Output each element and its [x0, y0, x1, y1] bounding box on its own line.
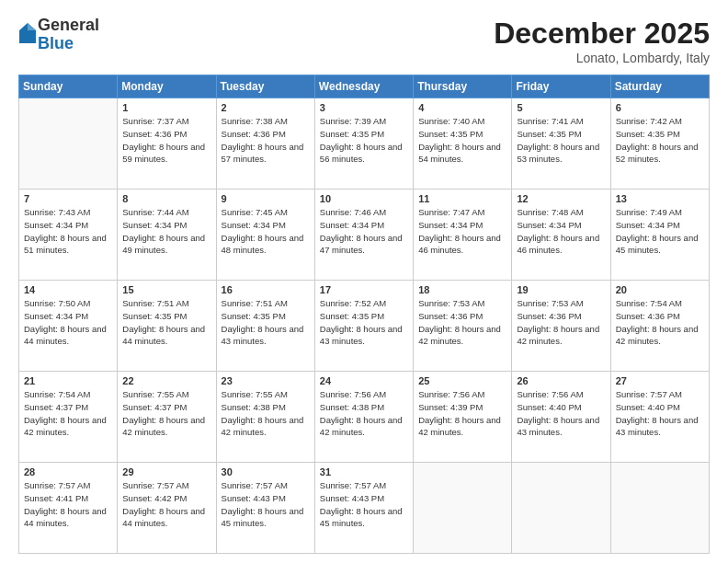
- calendar-cell: 2Sunrise: 7:38 AMSunset: 4:36 PMDaylight…: [216, 98, 314, 190]
- day-number: 2: [222, 102, 310, 113]
- day-number: 1: [122, 102, 210, 113]
- day-number: 5: [517, 102, 605, 113]
- calendar-cell: 3Sunrise: 7:39 AMSunset: 4:35 PMDaylight…: [314, 98, 413, 190]
- calendar-cell: 11Sunrise: 7:47 AMSunset: 4:34 PMDayligh…: [414, 190, 512, 281]
- logo-blue-text: Blue: [38, 34, 74, 52]
- month-title: December 2025: [494, 17, 710, 51]
- day-detail: Sunrise: 7:54 AMSunset: 4:36 PMDaylight:…: [616, 297, 704, 348]
- day-detail: Sunrise: 7:39 AMSunset: 4:35 PMDaylight:…: [320, 115, 408, 166]
- day-number: 20: [616, 284, 704, 295]
- calendar-week-0: 1Sunrise: 7:37 AMSunset: 4:36 PMDaylight…: [19, 98, 710, 190]
- day-detail: Sunrise: 7:56 AMSunset: 4:39 PMDaylight:…: [418, 388, 506, 439]
- day-detail: Sunrise: 7:45 AMSunset: 4:34 PMDaylight:…: [222, 206, 310, 257]
- day-detail: Sunrise: 7:49 AMSunset: 4:34 PMDaylight:…: [616, 206, 704, 257]
- day-number: 12: [517, 193, 605, 204]
- day-detail: Sunrise: 7:41 AMSunset: 4:35 PMDaylight:…: [517, 115, 605, 166]
- calendar-cell: 18Sunrise: 7:53 AMSunset: 4:36 PMDayligh…: [414, 281, 512, 372]
- logo: General Blue: [18, 17, 99, 53]
- day-number: 6: [616, 102, 704, 113]
- logo-icon: [19, 23, 36, 43]
- day-detail: Sunrise: 7:47 AMSunset: 4:34 PMDaylight:…: [418, 206, 506, 257]
- calendar-cell: 22Sunrise: 7:55 AMSunset: 4:37 PMDayligh…: [118, 372, 216, 463]
- day-detail: Sunrise: 7:54 AMSunset: 4:37 PMDaylight:…: [24, 388, 112, 439]
- day-number: 9: [222, 193, 310, 204]
- calendar-cell: 8Sunrise: 7:44 AMSunset: 4:34 PMDaylight…: [118, 190, 216, 281]
- day-number: 13: [616, 193, 704, 204]
- day-detail: Sunrise: 7:53 AMSunset: 4:36 PMDaylight:…: [418, 297, 506, 348]
- calendar-cell: 19Sunrise: 7:53 AMSunset: 4:36 PMDayligh…: [512, 281, 610, 372]
- location: Lonato, Lombardy, Italy: [494, 51, 710, 65]
- day-number: 24: [320, 375, 408, 386]
- day-detail: Sunrise: 7:43 AMSunset: 4:34 PMDaylight:…: [24, 206, 112, 257]
- col-header-tuesday: Tuesday: [216, 75, 314, 98]
- day-number: 27: [616, 375, 704, 386]
- day-number: 29: [122, 466, 210, 477]
- day-number: 28: [24, 466, 112, 477]
- calendar-cell: 7Sunrise: 7:43 AMSunset: 4:34 PMDaylight…: [19, 190, 118, 281]
- day-detail: Sunrise: 7:55 AMSunset: 4:37 PMDaylight:…: [122, 388, 210, 439]
- day-number: 16: [222, 284, 310, 295]
- calendar-cell: 10Sunrise: 7:46 AMSunset: 4:34 PMDayligh…: [314, 190, 413, 281]
- calendar-header-row: SundayMondayTuesdayWednesdayThursdayFrid…: [19, 75, 710, 98]
- calendar-cell: 20Sunrise: 7:54 AMSunset: 4:36 PMDayligh…: [610, 281, 709, 372]
- calendar-cell: 9Sunrise: 7:45 AMSunset: 4:34 PMDaylight…: [216, 190, 314, 281]
- calendar-cell: [19, 98, 118, 190]
- day-detail: Sunrise: 7:57 AMSunset: 4:41 PMDaylight:…: [24, 479, 112, 530]
- day-number: 31: [320, 466, 408, 477]
- calendar-cell: 23Sunrise: 7:55 AMSunset: 4:38 PMDayligh…: [216, 372, 314, 463]
- logo-general-text: General: [38, 16, 99, 34]
- day-detail: Sunrise: 7:56 AMSunset: 4:40 PMDaylight:…: [517, 388, 605, 439]
- day-detail: Sunrise: 7:50 AMSunset: 4:34 PMDaylight:…: [24, 297, 112, 348]
- calendar-cell: 5Sunrise: 7:41 AMSunset: 4:35 PMDaylight…: [512, 98, 610, 190]
- calendar-cell: 29Sunrise: 7:57 AMSunset: 4:42 PMDayligh…: [118, 463, 216, 554]
- calendar-cell: 15Sunrise: 7:51 AMSunset: 4:35 PMDayligh…: [118, 281, 216, 372]
- header: General Blue December 2025 Lonato, Lomba…: [18, 17, 710, 65]
- day-number: 19: [517, 284, 605, 295]
- day-detail: Sunrise: 7:44 AMSunset: 4:34 PMDaylight:…: [122, 206, 210, 257]
- day-number: 14: [24, 284, 112, 295]
- calendar-cell: 21Sunrise: 7:54 AMSunset: 4:37 PMDayligh…: [19, 372, 118, 463]
- calendar-cell: [414, 463, 512, 554]
- calendar-cell: 6Sunrise: 7:42 AMSunset: 4:35 PMDaylight…: [610, 98, 709, 190]
- day-number: 3: [320, 102, 408, 113]
- day-detail: Sunrise: 7:37 AMSunset: 4:36 PMDaylight:…: [122, 115, 210, 166]
- calendar-cell: 24Sunrise: 7:56 AMSunset: 4:38 PMDayligh…: [314, 372, 413, 463]
- calendar-cell: 25Sunrise: 7:56 AMSunset: 4:39 PMDayligh…: [414, 372, 512, 463]
- col-header-wednesday: Wednesday: [314, 75, 413, 98]
- day-detail: Sunrise: 7:57 AMSunset: 4:43 PMDaylight:…: [222, 479, 310, 530]
- day-detail: Sunrise: 7:53 AMSunset: 4:36 PMDaylight:…: [517, 297, 605, 348]
- svg-marker-1: [28, 23, 36, 30]
- calendar-cell: [610, 463, 709, 554]
- day-detail: Sunrise: 7:51 AMSunset: 4:35 PMDaylight:…: [222, 297, 310, 348]
- calendar-week-2: 14Sunrise: 7:50 AMSunset: 4:34 PMDayligh…: [19, 281, 710, 372]
- col-header-sunday: Sunday: [19, 75, 118, 98]
- calendar-cell: 28Sunrise: 7:57 AMSunset: 4:41 PMDayligh…: [19, 463, 118, 554]
- calendar-cell: 30Sunrise: 7:57 AMSunset: 4:43 PMDayligh…: [216, 463, 314, 554]
- day-detail: Sunrise: 7:55 AMSunset: 4:38 PMDaylight:…: [222, 388, 310, 439]
- day-number: 17: [320, 284, 408, 295]
- calendar-week-3: 21Sunrise: 7:54 AMSunset: 4:37 PMDayligh…: [19, 372, 710, 463]
- calendar-cell: 26Sunrise: 7:56 AMSunset: 4:40 PMDayligh…: [512, 372, 610, 463]
- day-number: 23: [222, 375, 310, 386]
- day-number: 22: [122, 375, 210, 386]
- col-header-saturday: Saturday: [610, 75, 709, 98]
- day-detail: Sunrise: 7:40 AMSunset: 4:35 PMDaylight:…: [418, 115, 506, 166]
- day-detail: Sunrise: 7:38 AMSunset: 4:36 PMDaylight:…: [222, 115, 310, 166]
- day-number: 30: [222, 466, 310, 477]
- day-detail: Sunrise: 7:42 AMSunset: 4:35 PMDaylight:…: [616, 115, 704, 166]
- day-number: 26: [517, 375, 605, 386]
- calendar-cell: 16Sunrise: 7:51 AMSunset: 4:35 PMDayligh…: [216, 281, 314, 372]
- calendar-cell: 31Sunrise: 7:57 AMSunset: 4:43 PMDayligh…: [314, 463, 413, 554]
- day-detail: Sunrise: 7:51 AMSunset: 4:35 PMDaylight:…: [122, 297, 210, 348]
- day-number: 21: [24, 375, 112, 386]
- day-detail: Sunrise: 7:57 AMSunset: 4:40 PMDaylight:…: [616, 388, 704, 439]
- col-header-monday: Monday: [118, 75, 216, 98]
- calendar-table: SundayMondayTuesdayWednesdayThursdayFrid…: [18, 75, 710, 554]
- day-detail: Sunrise: 7:57 AMSunset: 4:42 PMDaylight:…: [122, 479, 210, 530]
- day-number: 25: [418, 375, 506, 386]
- title-block: December 2025 Lonato, Lombardy, Italy: [494, 17, 710, 65]
- day-number: 8: [122, 193, 210, 204]
- day-number: 4: [418, 102, 506, 113]
- col-header-thursday: Thursday: [414, 75, 512, 98]
- calendar-cell: 4Sunrise: 7:40 AMSunset: 4:35 PMDaylight…: [414, 98, 512, 190]
